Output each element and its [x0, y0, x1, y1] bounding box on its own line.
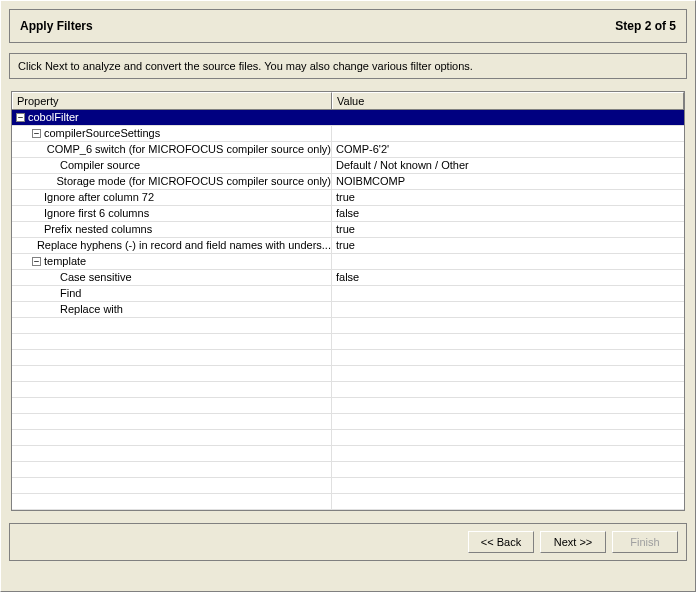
- table-row: [12, 366, 684, 382]
- page-title: Apply Filters: [20, 19, 93, 33]
- value-cell[interactable]: [332, 110, 684, 125]
- table-row[interactable]: Ignore after column 72true: [12, 190, 684, 206]
- value-cell[interactable]: [332, 254, 684, 269]
- finish-button[interactable]: Finish: [612, 531, 678, 553]
- table-header: Property Value: [12, 92, 684, 110]
- value-cell[interactable]: [332, 286, 684, 301]
- collapse-icon[interactable]: −: [32, 257, 41, 266]
- description-box: Click Next to analyze and convert the so…: [9, 53, 687, 79]
- button-bar: << Back Next >> Finish: [9, 523, 687, 561]
- table-row[interactable]: Replace hyphens (-) in record and field …: [12, 238, 684, 254]
- value-cell[interactable]: true: [332, 190, 684, 205]
- column-header-property[interactable]: Property: [12, 92, 332, 109]
- property-cell: Compiler source: [12, 158, 332, 173]
- property-label: template: [44, 254, 86, 269]
- value-cell[interactable]: COMP-6'2': [332, 142, 684, 157]
- table-row: [12, 462, 684, 478]
- property-cell: Ignore after column 72: [12, 190, 332, 205]
- property-label: Ignore first 6 columns: [44, 206, 149, 221]
- table-row[interactable]: COMP_6 switch (for MICROFOCUS compiler s…: [12, 142, 684, 158]
- table-row: [12, 414, 684, 430]
- property-label: Replace hyphens (-) in record and field …: [37, 238, 331, 253]
- property-cell: −cobolFilter: [12, 110, 332, 125]
- value-cell[interactable]: [332, 302, 684, 317]
- table-body: −cobolFilter−compilerSourceSettingsCOMP_…: [12, 110, 684, 510]
- property-cell: Case sensitive: [12, 270, 332, 285]
- property-label: COMP_6 switch (for MICROFOCUS compiler s…: [47, 142, 331, 157]
- table-row: [12, 382, 684, 398]
- step-indicator: Step 2 of 5: [615, 19, 676, 33]
- table-row[interactable]: Ignore first 6 columnsfalse: [12, 206, 684, 222]
- table-row[interactable]: Compiler sourceDefault / Not known / Oth…: [12, 158, 684, 174]
- property-cell: Replace with: [12, 302, 332, 317]
- table-row: [12, 350, 684, 366]
- table-row[interactable]: Prefix nested columnstrue: [12, 222, 684, 238]
- table-row: [12, 494, 684, 510]
- property-cell: Replace hyphens (-) in record and field …: [12, 238, 332, 253]
- table-row: [12, 446, 684, 462]
- property-label: Compiler source: [60, 158, 140, 173]
- property-cell: Storage mode (for MICROFOCUS compiler so…: [12, 174, 332, 189]
- property-cell: Prefix nested columns: [12, 222, 332, 237]
- table-row[interactable]: Case sensitivefalse: [12, 270, 684, 286]
- property-label: Ignore after column 72: [44, 190, 154, 205]
- table-row[interactable]: Replace with: [12, 302, 684, 318]
- table-row: [12, 430, 684, 446]
- property-cell: Find: [12, 286, 332, 301]
- property-table: Property Value −cobolFilter−compilerSour…: [11, 91, 685, 511]
- collapse-icon[interactable]: −: [32, 129, 41, 138]
- table-row: [12, 334, 684, 350]
- value-cell[interactable]: false: [332, 270, 684, 285]
- value-cell[interactable]: true: [332, 222, 684, 237]
- value-cell[interactable]: Default / Not known / Other: [332, 158, 684, 173]
- property-cell: −compilerSourceSettings: [12, 126, 332, 141]
- back-button[interactable]: << Back: [468, 531, 534, 553]
- value-cell[interactable]: false: [332, 206, 684, 221]
- wizard-panel: Apply Filters Step 2 of 5 Click Next to …: [0, 0, 696, 592]
- property-label: Case sensitive: [60, 270, 132, 285]
- value-cell[interactable]: [332, 126, 684, 141]
- column-header-value[interactable]: Value: [332, 92, 684, 109]
- value-cell[interactable]: true: [332, 238, 684, 253]
- next-button[interactable]: Next >>: [540, 531, 606, 553]
- collapse-icon[interactable]: −: [16, 113, 25, 122]
- property-label: Replace with: [60, 302, 123, 317]
- description-text: Click Next to analyze and convert the so…: [18, 60, 473, 72]
- table-row: [12, 318, 684, 334]
- table-row: [12, 478, 684, 494]
- table-row[interactable]: −compilerSourceSettings: [12, 126, 684, 142]
- property-cell: −template: [12, 254, 332, 269]
- table-row: [12, 398, 684, 414]
- property-cell: Ignore first 6 columns: [12, 206, 332, 221]
- property-label: Find: [60, 286, 81, 301]
- property-label: Storage mode (for MICROFOCUS compiler so…: [57, 174, 331, 189]
- header-bar: Apply Filters Step 2 of 5: [9, 9, 687, 43]
- table-row[interactable]: Find: [12, 286, 684, 302]
- table-row[interactable]: −cobolFilter: [12, 110, 684, 126]
- table-row[interactable]: Storage mode (for MICROFOCUS compiler so…: [12, 174, 684, 190]
- property-label: compilerSourceSettings: [44, 126, 160, 141]
- property-cell: COMP_6 switch (for MICROFOCUS compiler s…: [12, 142, 332, 157]
- table-row[interactable]: −template: [12, 254, 684, 270]
- property-label: Prefix nested columns: [44, 222, 152, 237]
- value-cell[interactable]: NOIBMCOMP: [332, 174, 684, 189]
- property-label: cobolFilter: [28, 110, 79, 125]
